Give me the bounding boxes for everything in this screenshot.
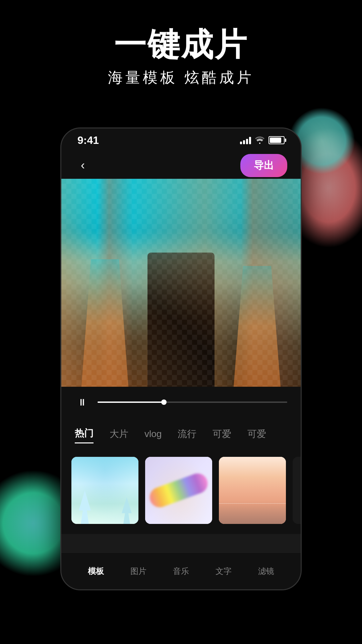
nav-item-image[interactable]: 图片 [130,566,146,577]
nav-item-music[interactable]: 音乐 [173,566,189,577]
progress-fill [98,401,164,403]
main-title: 一键成片 [0,27,362,62]
status-icons [240,136,285,144]
signal-bar-1 [240,142,242,144]
playback-controls: ⏸ [61,387,301,418]
battery-icon [268,136,285,144]
concert-scene [61,179,301,387]
card-ground [219,500,286,524]
nav-label-music: 音乐 [173,566,189,577]
progress-thumb[interactable] [161,399,167,405]
card-glow-2 [145,457,212,524]
status-bar: 9:41 [61,128,301,152]
signal-bar-2 [243,140,245,144]
category-tabs: 热门 大片 vlog 流行 可爱 可爱 [61,418,301,450]
back-button[interactable]: ‹ [75,157,91,173]
template-grid [61,450,301,534]
nav-label-text: 文字 [216,566,232,577]
nav-item-filter[interactable]: 滤镜 [258,566,274,577]
sub-title: 海量模板 炫酷成片 [0,68,362,88]
tab-cute2[interactable]: 可爱 [247,425,266,443]
template-card-4[interactable] [293,457,301,524]
tab-vlog[interactable]: vlog [144,426,162,442]
nav-label-template: 模板 [88,566,104,577]
pixel-grid [61,179,301,387]
nav-label-filter: 滤镜 [258,566,274,577]
tab-hot[interactable]: 热门 [75,424,94,443]
signal-bar-3 [246,139,248,144]
signal-bar-4 [249,137,251,144]
status-time: 9:41 [77,134,99,147]
video-player[interactable] [61,179,301,387]
template-card-1[interactable] [71,457,138,524]
phone-mockup: 9:41 ‹ 导出 [60,127,302,590]
nav-bar: ‹ 导出 [61,152,301,179]
wifi-icon [255,137,264,144]
battery-fill [270,138,281,143]
export-button[interactable]: 导出 [240,154,287,177]
tab-film[interactable]: 大片 [110,425,128,443]
progress-bar[interactable] [98,401,287,403]
header-section: 一键成片 海量模板 炫酷成片 [0,27,362,88]
pause-button[interactable]: ⏸ [75,395,89,410]
nav-item-text[interactable]: 文字 [216,566,232,577]
video-content [61,179,301,387]
signal-icon [240,136,251,144]
template-card-3[interactable] [219,457,286,524]
card-bg-4 [293,457,301,524]
tab-cute1[interactable]: 可爱 [213,425,231,443]
tab-trend[interactable]: 流行 [178,425,196,443]
nav-item-template[interactable]: 模板 [88,566,104,577]
nav-label-image: 图片 [130,566,146,577]
bottom-navigation: 模板 图片 音乐 文字 滤镜 [61,552,301,589]
template-card-2[interactable] [145,457,212,524]
